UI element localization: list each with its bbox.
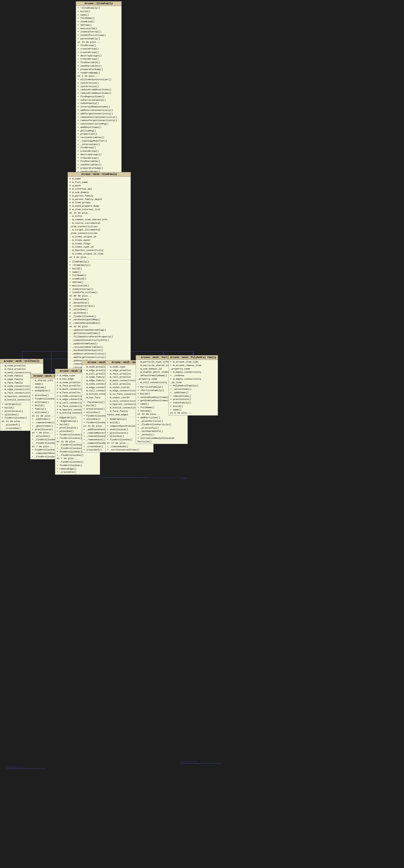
polyhedral-family-box: Arcane::mesh::Polyhedral Family + m_arca… <box>168 355 218 415</box>
cell-family-title: Arcane::mesh::CellFamily <box>0 359 43 364</box>
diagram-container: Arcane::IItemFamily + ~IItemFamily() + b… <box>0 0 404 868</box>
polyhedral-family-title: Arcane::mesh::Polyhedral Family <box>169 355 218 360</box>
svg-marker-29 <box>192 353 194 355</box>
item-family-impl-attrs: # m_name # m_full_name # m_mesh # m_inte… <box>68 177 131 260</box>
item-family-impl-box: Arcane::mesh::ItemFamily # m_name # m_fu… <box>68 172 131 377</box>
items-label: items <box>180 477 187 480</box>
polyhedral-family-content: + m_arcane_item_lids + m_arcane_remove_i… <box>169 360 218 415</box>
connectivity-label-1: connectivity <box>180 761 198 763</box>
connectivity-label-2: connectivity <box>6 766 24 769</box>
svg-marker-27 <box>163 353 165 355</box>
item-family-title: Arcane::IItemFamily <box>76 1 121 6</box>
item-family-impl-title: Arcane::mesh::ItemFamily <box>68 172 131 177</box>
svg-marker-19 <box>50 371 52 372</box>
item-family-impl-methods: + ItemFamily() + ~ItemFamily() + build()… <box>68 260 131 376</box>
